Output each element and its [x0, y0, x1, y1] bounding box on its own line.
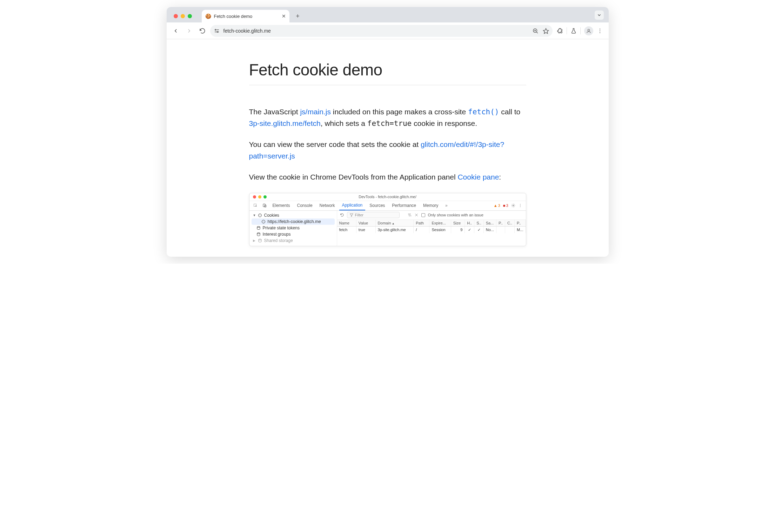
- tab-application[interactable]: Application: [339, 201, 366, 210]
- extensions-icon[interactable]: [557, 28, 563, 34]
- browser-tab[interactable]: 🍪 Fetch cookie demo ✕: [202, 10, 289, 22]
- window-maximize-button[interactable]: [188, 14, 192, 18]
- intro-paragraph-3: View the cookie in Chrome DevTools from …: [249, 171, 526, 183]
- svg-point-22: [258, 214, 261, 217]
- more-tabs-icon[interactable]: »: [442, 203, 450, 208]
- col-httponly[interactable]: H..: [465, 220, 474, 227]
- reload-button[interactable]: [197, 25, 208, 36]
- col-path[interactable]: Path: [414, 220, 429, 227]
- tab-elements[interactable]: Elements: [270, 201, 293, 210]
- svg-point-19: [520, 204, 521, 205]
- tab-console[interactable]: Console: [294, 201, 315, 210]
- svg-point-29: [257, 226, 260, 227]
- sidebar-item-cookies[interactable]: ▼ Cookies: [252, 212, 335, 218]
- link-fetch-mdn[interactable]: fetch(): [468, 108, 499, 116]
- menu-icon[interactable]: [597, 28, 603, 34]
- back-button[interactable]: [170, 25, 181, 36]
- sidebar-item-shared-storage[interactable]: ▶ Shared storage: [252, 237, 335, 244]
- bookmark-star-icon[interactable]: [543, 28, 549, 34]
- inspect-icon[interactable]: [252, 203, 259, 208]
- window-minimize-button[interactable]: [181, 14, 185, 18]
- tab-performance[interactable]: Performance: [389, 201, 419, 210]
- profile-avatar[interactable]: [584, 26, 593, 35]
- col-domain[interactable]: Domain: [375, 220, 414, 227]
- devtools-screenshot: DevTools - fetch-cookie.glitch.me/ Eleme…: [249, 193, 526, 246]
- tab-sources[interactable]: Sources: [367, 201, 388, 210]
- errors-badge[interactable]: ■ 3: [503, 203, 508, 208]
- svg-marker-10: [543, 28, 548, 33]
- col-priority[interactable]: P..: [515, 220, 526, 227]
- tabs-dropdown-button[interactable]: [595, 11, 604, 20]
- svg-point-31: [259, 239, 261, 240]
- intro-paragraph-1: The JavaScript js/main.js included on th…: [249, 106, 526, 129]
- devtools-title: DevTools - fetch-cookie.glitch.me/: [249, 195, 526, 199]
- devtools-tabs: Elements Console Network Application Sou…: [249, 201, 526, 211]
- site-info-icon[interactable]: [214, 28, 220, 34]
- link-main-js[interactable]: js/main.js: [300, 108, 331, 116]
- svg-point-27: [263, 221, 263, 221]
- only-issues-checkbox[interactable]: [421, 213, 425, 217]
- settings-icon[interactable]: [511, 203, 515, 208]
- database-icon: [258, 238, 262, 243]
- zoom-icon[interactable]: [532, 28, 539, 34]
- col-expires[interactable]: Expire...: [429, 220, 451, 227]
- intro-paragraph-2: You can view the server code that sets t…: [249, 139, 526, 162]
- col-crosssite[interactable]: C..: [505, 220, 515, 227]
- svg-point-18: [513, 205, 514, 206]
- page-heading: Fetch cookie demo: [249, 60, 526, 85]
- window-close-button[interactable]: [174, 14, 178, 18]
- svg-point-25: [260, 214, 260, 215]
- svg-point-13: [599, 30, 600, 31]
- link-3p-fetch[interactable]: 3p-site.glitch.me/fetch: [249, 119, 321, 127]
- devtools-menu-icon[interactable]: [518, 203, 522, 208]
- svg-point-26: [262, 220, 265, 223]
- col-value[interactable]: Value: [356, 220, 375, 227]
- labs-icon[interactable]: [570, 28, 577, 34]
- svg-point-20: [520, 205, 521, 206]
- col-secure[interactable]: S..: [474, 220, 483, 227]
- cookie-icon: 🍪: [205, 13, 211, 19]
- svg-point-0: [215, 29, 216, 30]
- window-controls: [171, 14, 195, 22]
- tab-network[interactable]: Network: [317, 201, 338, 210]
- col-name[interactable]: Name: [337, 220, 356, 227]
- url-text: fetch-cookie.glitch.me: [223, 28, 529, 34]
- svg-rect-16: [263, 204, 265, 207]
- col-samesite[interactable]: Sa...: [483, 220, 496, 227]
- inline-code-fetch-true: fetch=true: [367, 119, 412, 128]
- col-partition[interactable]: P..: [496, 220, 505, 227]
- sidebar-item-private-state[interactable]: Private state tokens: [252, 225, 335, 231]
- cookie-icon: [261, 220, 266, 224]
- chrome-window: 🍪 Fetch cookie demo ✕ + fetch-cookie.gli…: [167, 7, 609, 257]
- devtools-sidebar: ▼ Cookies https://fetch-cookie.glitch.me…: [249, 211, 337, 246]
- device-toggle-icon[interactable]: [261, 203, 268, 208]
- clear-all-icon[interactable]: [414, 213, 419, 217]
- devtools-titlebar: DevTools - fetch-cookie.glitch.me/: [249, 193, 526, 201]
- sidebar-item-interest-groups[interactable]: Interest groups: [252, 231, 335, 237]
- svg-line-7: [536, 32, 538, 33]
- database-icon: [256, 232, 261, 236]
- page-content: Fetch cookie demo The JavaScript js/main…: [167, 39, 609, 257]
- toolbar-separator: [567, 27, 567, 34]
- clear-filter-icon[interactable]: [407, 213, 412, 217]
- svg-point-24: [260, 215, 260, 216]
- browser-toolbar: fetch-cookie.glitch.me: [167, 22, 609, 39]
- sidebar-item-cookie-origin[interactable]: https://fetch-cookie.glitch.me: [252, 218, 335, 225]
- filter-input[interactable]: Filter: [347, 212, 400, 218]
- tab-memory[interactable]: Memory: [420, 201, 441, 210]
- cookie-filter-bar: Filter Only show cookies with an issue: [337, 211, 526, 220]
- svg-point-3: [217, 31, 218, 32]
- only-issues-label: Only show cookies with an issue: [428, 213, 483, 217]
- new-tab-button[interactable]: +: [293, 11, 303, 21]
- forward-button[interactable]: [183, 25, 195, 36]
- svg-point-21: [520, 207, 521, 207]
- col-size[interactable]: Size: [451, 220, 465, 227]
- close-tab-button[interactable]: ✕: [282, 13, 286, 19]
- cookie-table: Name Value Domain Path Expire... Size H.…: [337, 220, 526, 233]
- warnings-badge[interactable]: ▲ 3: [494, 203, 500, 208]
- refresh-icon[interactable]: [340, 213, 344, 217]
- table-row[interactable]: fetch true 3p-site.glitch.me / Session 9…: [337, 226, 526, 233]
- link-cookie-pane[interactable]: Cookie pane: [457, 173, 499, 181]
- toolbar-separator: [580, 27, 581, 34]
- address-bar[interactable]: fetch-cookie.glitch.me: [210, 25, 553, 37]
